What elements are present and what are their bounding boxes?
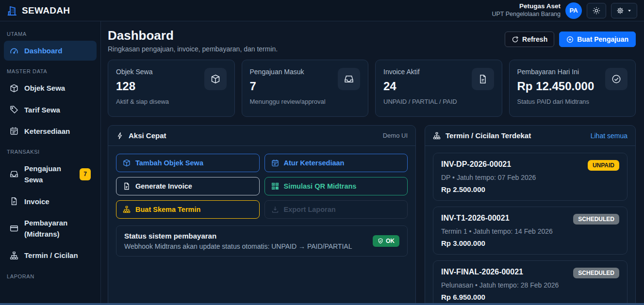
invoice-code: INV-DP-2026-00021 — [441, 160, 511, 169]
buat-pengajuan-button[interactable]: Buat Pengajuan — [559, 32, 636, 47]
status-badge-scheduled: SCHEDULED — [573, 214, 619, 225]
user-role: UPT Pengelolaan Barang — [492, 11, 561, 18]
button-label: Export Laporan — [284, 206, 336, 213]
sidebar-item-label: Objek Sewa — [24, 82, 91, 94]
status-ok-badge: OK — [373, 235, 399, 247]
export-laporan-button[interactable]: Export Laporan — [264, 200, 408, 219]
sun-icon — [593, 7, 600, 15]
termin-list-item: INV-DP-2026-00021 UNPAID DP • Jatuh temp… — [433, 153, 627, 201]
qr-code-icon — [271, 182, 279, 190]
shield-check-icon — [378, 238, 383, 244]
inbox-icon — [338, 68, 360, 90]
sidebar-item-label: Invoice — [24, 196, 91, 207]
stat-value: Rp 12.450.000 — [517, 80, 594, 93]
sidebar-item-tarif-sewa[interactable]: Tarif Sewa — [4, 100, 97, 120]
stat-label: Pembayaran Hari Ini — [517, 68, 594, 76]
status-badge-scheduled: SCHEDULED — [573, 268, 619, 278]
invoice-code: INV-FINAL-2026-00021 — [441, 268, 523, 276]
lihat-semua-link[interactable]: Lihat semua — [591, 132, 627, 140]
stat-value: 7 — [250, 80, 326, 93]
stat-sub: UNPAID / PARTIAL / PAID — [383, 98, 457, 105]
sidebar-item-objek-sewa[interactable]: Objek Sewa — [4, 78, 97, 98]
sidebar-item-invoice[interactable]: Invoice — [4, 192, 97, 211]
sidebar-section-transaksi: TRANSAKSI — [7, 149, 94, 155]
diagram-icon — [10, 251, 18, 260]
stat-value: 24 — [383, 80, 457, 93]
brand: SEWADAH — [6, 5, 70, 16]
user-name: Petugas Aset — [492, 2, 561, 11]
file-text-icon — [123, 182, 131, 190]
caret-down-icon — [627, 8, 632, 13]
gear-icon — [616, 7, 624, 15]
sidebar-item-termin-cicilan[interactable]: Termin / Cicilan — [4, 245, 97, 265]
stat-label: Invoice Aktif — [383, 68, 457, 76]
pending-count-badge: 7 — [80, 168, 91, 180]
check-circle-icon — [605, 68, 627, 90]
main-content: Dashboard Ringkasan pengajuan, invoice, … — [101, 21, 644, 305]
buat-pengajuan-label: Buat Pengajuan — [577, 35, 628, 43]
page-title: Dashboard — [108, 28, 278, 43]
credit-card-icon — [10, 224, 18, 233]
termin-list-item: INV-FINAL-2026-00021 SCHEDULED Pelunasan… — [433, 260, 627, 305]
quick-actions-panel: Aksi Cepat Demo UI Tambah Objek Sewa — [108, 125, 416, 305]
quick-actions-title: Aksi Cepat — [129, 131, 166, 140]
avatar[interactable]: PA — [565, 2, 582, 19]
invoice-amount: Rp 2.500.000 — [441, 185, 619, 193]
inbox-icon — [10, 170, 18, 178]
button-label: Generate Invoice — [135, 182, 192, 190]
status-ok-label: OK — [386, 238, 395, 244]
horizontal-scrollbar[interactable] — [0, 303, 644, 305]
status-desc: Webhook Midtrans akan update status otom… — [124, 242, 352, 250]
building-icon — [6, 5, 17, 16]
stat-sub: Aktif & siap disewa — [116, 98, 169, 105]
lightning-icon — [116, 132, 124, 140]
invoice-due: Termin 1 • Jatuh tempo: 14 Feb 2026 — [441, 227, 619, 235]
stat-cards-row: Objek Sewa 128 Aktif & siap disewa Penga… — [108, 60, 636, 117]
stat-value: 128 — [116, 80, 169, 93]
box-icon — [123, 159, 131, 167]
button-label: Simulasi QR Midtrans — [284, 182, 357, 190]
payment-system-status: Status sistem pembayaran Webhook Midtran… — [116, 225, 408, 257]
buat-skema-termin-button[interactable]: Buat Skema Termin — [116, 200, 260, 219]
status-title: Status sistem pembayaran — [124, 232, 352, 240]
invoice-due: DP • Jatuh tempo: 07 Feb 2026 — [441, 174, 619, 181]
diagram-icon — [123, 206, 131, 213]
termin-list-item: INV-T1-2026-00021 SCHEDULED Termin 1 • J… — [433, 207, 627, 255]
sidebar-item-ketersediaan[interactable]: Ketersediaan — [4, 121, 97, 141]
brand-name: SEWADAH — [22, 5, 70, 16]
user-block: Petugas Aset UPT Pengelolaan Barang — [492, 2, 561, 18]
theme-toggle-button[interactable] — [587, 3, 606, 18]
tambah-objek-sewa-button[interactable]: Tambah Objek Sewa — [116, 154, 260, 172]
stat-card-pengajuan-masuk: Pengajuan Masuk 7 Menunggu review/approv… — [242, 60, 369, 117]
top-navbar: SEWADAH Petugas Aset UPT Pengelolaan Bar… — [0, 0, 644, 21]
button-label: Tambah Objek Sewa — [135, 159, 203, 167]
invoice-amount: Rp 6.950.000 — [441, 293, 619, 301]
sidebar-item-label: Pengajuan Sewa — [24, 163, 74, 186]
tag-icon — [10, 105, 18, 114]
page-subtitle: Ringkasan pengajuan, invoice, pembayaran… — [108, 45, 278, 53]
file-text-icon — [10, 197, 18, 206]
sidebar-item-pembayaran-midtrans[interactable]: Pembayaran (Midtrans) — [4, 213, 97, 244]
invoice-code: INV-T1-2026-00021 — [441, 214, 510, 223]
demo-ui-tag: Demo UI — [383, 132, 408, 139]
termin-panel: Termin / Cicilan Terdekat Lihat semua IN… — [425, 125, 636, 305]
file-text-icon — [472, 68, 494, 90]
refresh-label: Refresh — [522, 35, 547, 43]
refresh-button[interactable]: Refresh — [505, 32, 554, 47]
settings-menu-button[interactable] — [611, 3, 637, 18]
sidebar-item-pengajuan-sewa[interactable]: Pengajuan Sewa 7 — [4, 159, 97, 190]
status-badge-unpaid: UNPAID — [588, 160, 619, 171]
diagram-icon — [433, 132, 441, 140]
invoice-due: Pelunasan • Jatuh tempo: 28 Feb 2026 — [441, 281, 619, 289]
calendar-icon — [10, 127, 18, 135]
button-label: Atur Ketersediaan — [284, 159, 345, 167]
sidebar-item-dashboard[interactable]: Dashboard — [4, 41, 97, 61]
sidebar-item-label: Tarif Sewa — [24, 104, 91, 115]
stat-sub: Status PAID dari Midtrans — [517, 98, 594, 105]
atur-ketersediaan-button[interactable]: Atur Ketersediaan — [264, 154, 408, 172]
invoice-amount: Rp 3.000.000 — [441, 239, 619, 247]
simulasi-qr-midtrans-button[interactable]: Simulasi QR Midtrans — [264, 177, 408, 195]
download-icon — [271, 206, 279, 213]
generate-invoice-button[interactable]: Generate Invoice — [116, 177, 260, 195]
stat-label: Pengajuan Masuk — [250, 68, 326, 76]
